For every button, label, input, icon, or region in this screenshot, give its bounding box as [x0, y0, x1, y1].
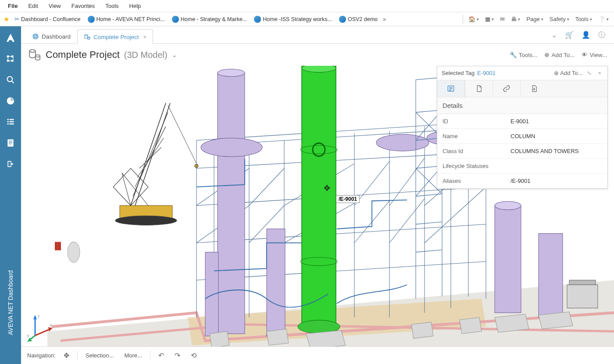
tools-dropdown[interactable]: Tools▾: [574, 15, 594, 23]
user-icon[interactable]: 👤: [582, 31, 590, 40]
home-dropdown-icon[interactable]: 🏠▾: [467, 15, 481, 23]
svg-point-16: [85, 35, 88, 36]
list-icon[interactable]: [4, 116, 17, 128]
svg-rect-6: [10, 119, 14, 120]
tab-close-icon[interactable]: ×: [143, 34, 147, 40]
mail-icon[interactable]: ✉: [498, 15, 507, 23]
bookmark-overflow-icon[interactable]: »: [383, 16, 386, 22]
content-area: Dashboard Complete Project × ⌄ 🛒 👤 ⓘ: [21, 26, 614, 364]
tab-properties-icon[interactable]: [437, 80, 465, 97]
detail-key: Aliases: [443, 178, 510, 184]
svg-marker-53: [33, 315, 37, 319]
refresh-button[interactable]: ⟲: [188, 350, 199, 361]
svg-rect-3: [11, 60, 14, 62]
view-button[interactable]: 👁View...: [582, 51, 607, 58]
sidebar-title: AVEVA NET Dashboard: [0, 241, 21, 364]
dropdown-icon[interactable]: ⌄: [551, 31, 557, 40]
tab-label: Dashboard: [42, 33, 71, 40]
bookmark-aveva-net[interactable]: Home - AVEVA NET Princi...: [86, 15, 167, 24]
favorites-star-icon[interactable]: ★: [4, 15, 9, 23]
ie-icon: [88, 16, 95, 23]
bookmark-iss[interactable]: Home -ISS Strategy works...: [252, 15, 334, 24]
svg-text:z: z: [38, 314, 40, 318]
bookmark-confluence[interactable]: ✂ Dashboard - Confluence: [13, 15, 82, 23]
tab-complete-project[interactable]: Complete Project ×: [77, 29, 153, 44]
move-cursor-icon: ✥: [324, 183, 330, 193]
title-dropdown-icon[interactable]: ⌄: [172, 51, 177, 58]
refresh-icon: ⟲: [191, 351, 196, 360]
document-icon[interactable]: [4, 137, 17, 149]
wrench-icon: 🔧: [510, 51, 517, 58]
svg-rect-12: [9, 141, 12, 141]
info-icon[interactable]: ⓘ: [598, 31, 605, 40]
detail-row: ID E-9001: [437, 114, 607, 129]
selection-button[interactable]: Selection...: [83, 350, 116, 360]
detail-row: Aliases /E-9001: [437, 174, 607, 189]
logo-a-icon[interactable]: [4, 32, 17, 44]
svg-point-51: [68, 242, 80, 263]
tab-documents-icon[interactable]: [465, 80, 493, 97]
svg-rect-9: [7, 123, 9, 125]
ie-icon: [254, 16, 261, 23]
svg-marker-44: [411, 322, 433, 338]
redo-button[interactable]: ↷: [172, 350, 183, 361]
navigation-mode-button[interactable]: ✥: [61, 350, 72, 361]
svg-point-4: [7, 77, 13, 82]
svg-text:y: y: [27, 333, 29, 338]
menu-tools[interactable]: Tools: [101, 1, 123, 11]
3d-viewport[interactable]: ✥ /E-9001 z x y Selected Tag E-9001: [21, 66, 614, 364]
svg-point-36: [302, 66, 336, 72]
help-dropdown-icon[interactable]: ❔▾: [596, 15, 610, 23]
bookmark-label: Home -ISS Strategy works...: [263, 16, 332, 22]
panel-add-to-button[interactable]: ⊕Add To...: [554, 70, 582, 76]
tab-links-icon[interactable]: [493, 80, 520, 97]
feeds-dropdown-icon[interactable]: ▦▾: [483, 15, 496, 23]
pan-icon: ✥: [64, 351, 69, 360]
cart-icon[interactable]: 🛒: [565, 31, 574, 40]
page-header: Complete Project (3D Model) ⌄ 🔧Tools... …: [21, 44, 614, 66]
bookmark-label: OSV2 demo: [348, 16, 378, 22]
svg-marker-46: [495, 314, 529, 332]
menu-edit[interactable]: Edit: [24, 1, 42, 11]
tree-icon[interactable]: [4, 53, 17, 65]
axis-gizmo[interactable]: z x y: [26, 311, 57, 342]
cylinder-icon: [28, 48, 41, 61]
tools-button[interactable]: 🔧Tools...: [510, 51, 538, 58]
undo-icon: ↶: [158, 351, 164, 360]
svg-rect-50: [55, 242, 61, 250]
collapse-icon[interactable]: ⤡: [585, 70, 593, 76]
detail-row: Lifecycle Statuses: [437, 159, 607, 174]
search-icon[interactable]: [4, 74, 17, 86]
redo-icon: ↷: [175, 351, 180, 360]
menu-help[interactable]: Help: [125, 1, 146, 11]
pie-chart-icon[interactable]: [4, 95, 17, 107]
svg-rect-27: [267, 229, 285, 336]
svg-rect-48: [567, 285, 598, 308]
svg-rect-29: [495, 206, 521, 313]
svg-point-23: [115, 216, 177, 225]
undo-button[interactable]: ↶: [156, 350, 167, 361]
page-title: Complete Project: [46, 49, 120, 61]
page-dropdown[interactable]: Page▾: [525, 15, 545, 23]
print-dropdown-icon[interactable]: 🖶▾: [509, 15, 522, 23]
eye-icon: 👁: [582, 52, 588, 58]
bookmark-strategy[interactable]: Home - Strategy & Marke...: [170, 15, 249, 24]
safety-dropdown[interactable]: Safety▾: [548, 15, 571, 23]
tab-export-icon[interactable]: [520, 80, 548, 97]
svg-point-18: [29, 50, 36, 52]
tab-dashboard[interactable]: Dashboard: [25, 29, 77, 43]
panel-title-value[interactable]: E-9001: [477, 70, 496, 76]
close-icon[interactable]: ×: [596, 70, 603, 76]
menu-file[interactable]: File: [4, 1, 22, 11]
menu-view[interactable]: View: [44, 1, 65, 11]
more-button[interactable]: More...: [121, 350, 144, 360]
menubar: File Edit View Favorites Tools Help: [0, 0, 614, 12]
plus-circle-icon: ⊕: [544, 51, 550, 58]
bookmark-osv2[interactable]: OSV2 demo: [337, 15, 379, 24]
export-icon[interactable]: [4, 158, 17, 170]
menu-favorites[interactable]: Favorites: [67, 1, 99, 11]
scissors-icon: ✂: [14, 16, 19, 22]
add-to-button[interactable]: ⊕Add To...: [544, 51, 575, 58]
svg-rect-1: [11, 56, 14, 57]
svg-rect-35: [302, 66, 336, 327]
